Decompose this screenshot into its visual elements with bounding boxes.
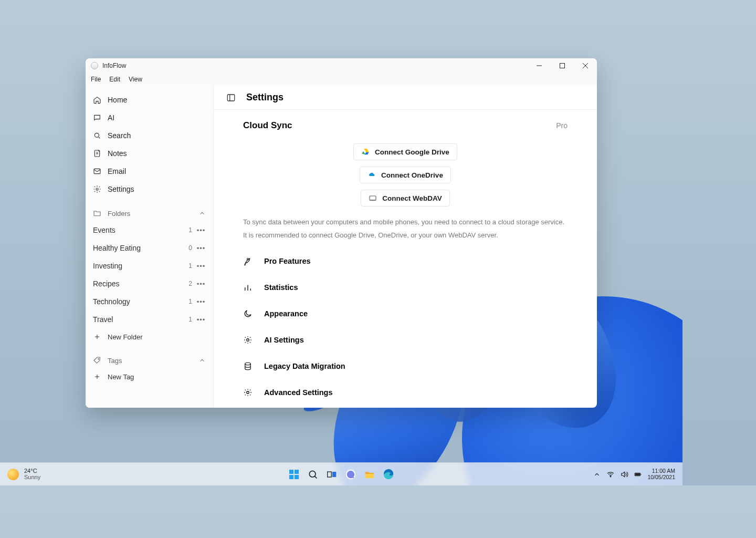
folder-label: Events xyxy=(93,226,181,234)
svg-point-5 xyxy=(98,358,99,359)
taskbar-explorer[interactable] xyxy=(363,468,376,481)
sidebar-item-settings[interactable]: Settings xyxy=(90,180,209,198)
menu-file[interactable]: File xyxy=(91,76,101,83)
plus-icon xyxy=(93,333,101,341)
row-label: Advanced Settings xyxy=(264,388,333,397)
more-icon[interactable]: ••• xyxy=(196,226,206,234)
more-icon[interactable]: ••• xyxy=(196,280,206,288)
more-icon[interactable]: ••• xyxy=(196,298,206,306)
tag-icon xyxy=(93,356,101,365)
battery-icon[interactable] xyxy=(634,470,642,479)
titlebar[interactable]: InfoFlow xyxy=(86,58,597,73)
settings-row-pro-features[interactable]: Pro Features xyxy=(243,248,568,274)
taskbar[interactable]: 24°C Sunny 11:00 AM 10/05/2021 xyxy=(0,462,682,485)
weather-icon xyxy=(7,469,19,480)
settings-row-legacy[interactable]: Legacy Data Migration xyxy=(243,353,568,379)
taskbar-clock[interactable]: 11:00 AM 10/05/2021 xyxy=(647,468,675,480)
plus-icon xyxy=(93,373,101,381)
taskbar-chat[interactable] xyxy=(344,468,358,481)
taskbar-center xyxy=(287,468,395,481)
taskbar-taskview[interactable] xyxy=(325,468,339,481)
more-icon[interactable]: ••• xyxy=(196,262,206,270)
button-label: Connect WebDAV xyxy=(382,194,442,202)
settings-row-advanced[interactable]: Advanced Settings xyxy=(243,379,568,406)
svg-rect-6 xyxy=(227,95,235,101)
main-header: Settings xyxy=(214,86,597,110)
folder-count: 2 xyxy=(185,280,192,287)
window-close-button[interactable] xyxy=(574,58,597,73)
sidebar-item-label: Home xyxy=(108,96,127,104)
folder-count: 1 xyxy=(185,226,192,234)
settings-row-statistics[interactable]: Statistics xyxy=(243,274,568,301)
wifi-icon[interactable] xyxy=(606,470,615,479)
settings-row-data-import[interactable]: Data Import xyxy=(243,406,568,408)
weather-cond: Sunny xyxy=(24,474,40,481)
sidebar-item-ai[interactable]: AI xyxy=(90,109,209,127)
svg-point-16 xyxy=(309,471,316,477)
chevron-up-icon xyxy=(198,210,206,217)
sidebar-item-home[interactable]: Home xyxy=(90,91,209,109)
more-icon[interactable]: ••• xyxy=(196,244,206,252)
sidebar-item-email[interactable]: Email xyxy=(90,162,209,180)
cloud-sync-header: Cloud Sync Pro xyxy=(243,120,568,131)
row-label: Statistics xyxy=(264,283,298,292)
app-window: InfoFlow File Edit View Home AI Search xyxy=(86,58,597,408)
bars-icon xyxy=(243,283,253,292)
folder-item[interactable]: Travel1••• xyxy=(90,311,209,328)
folder-item[interactable]: Events1••• xyxy=(90,221,209,239)
settings-content: Cloud Sync Pro Connect Google Drive Conn… xyxy=(214,110,597,408)
new-folder-button[interactable]: New Folder xyxy=(90,328,209,345)
start-button[interactable] xyxy=(287,468,301,481)
volume-icon[interactable] xyxy=(620,470,628,479)
settings-row-ai-settings[interactable]: AI Settings xyxy=(243,327,568,353)
settings-row-appearance[interactable]: Appearance xyxy=(243,301,568,327)
window-maximize-button[interactable] xyxy=(551,58,574,73)
panel-toggle-icon[interactable] xyxy=(226,93,236,102)
folder-item[interactable]: Recipes2••• xyxy=(90,275,209,293)
connect-google-drive-button[interactable]: Connect Google Drive xyxy=(353,143,457,160)
gear-icon xyxy=(93,185,101,193)
folder-label: Recipes xyxy=(93,280,181,288)
folder-label: Healthy Eating xyxy=(93,244,181,252)
connect-webdav-button[interactable]: Connect WebDAV xyxy=(361,190,450,206)
folder-count: 1 xyxy=(185,262,192,270)
google-drive-icon xyxy=(361,148,370,156)
moon-icon xyxy=(243,309,253,318)
menu-view[interactable]: View xyxy=(129,76,142,83)
tags-section-header[interactable]: Tags xyxy=(90,353,209,368)
taskbar-tray[interactable]: 11:00 AM 10/05/2021 xyxy=(593,468,682,480)
folder-count: 1 xyxy=(185,316,192,323)
taskbar-weather[interactable]: 24°C Sunny xyxy=(0,468,40,480)
new-tag-button[interactable]: New Tag xyxy=(90,368,209,385)
gear-icon xyxy=(243,335,253,345)
svg-point-4 xyxy=(96,188,98,190)
folder-item[interactable]: Technology1••• xyxy=(90,293,209,311)
folder-icon xyxy=(93,209,101,218)
more-icon[interactable]: ••• xyxy=(196,316,206,324)
row-label: AI Settings xyxy=(264,336,304,344)
taskbar-search[interactable] xyxy=(306,468,320,481)
svg-point-8 xyxy=(247,339,249,342)
svg-rect-14 xyxy=(289,475,293,479)
folder-item[interactable]: Investing1••• xyxy=(90,257,209,275)
folder-label: Investing xyxy=(93,262,181,270)
folders-section-header[interactable]: Folders xyxy=(90,205,209,221)
chat-icon xyxy=(93,113,101,122)
svg-rect-7 xyxy=(370,196,376,200)
sidebar-item-label: Notes xyxy=(108,149,127,158)
sidebar-item-notes[interactable]: Notes xyxy=(90,144,209,162)
folder-item[interactable]: Healthy Eating0••• xyxy=(90,239,209,257)
cloud-sync-hint: To sync data between your computers and … xyxy=(243,216,568,242)
search-icon xyxy=(93,131,101,140)
new-folder-label: New Folder xyxy=(108,333,142,341)
home-icon xyxy=(93,96,101,104)
taskbar-edge[interactable] xyxy=(382,468,395,481)
folder-label: Travel xyxy=(93,315,181,324)
svg-rect-17 xyxy=(328,472,332,477)
folder-count: 0 xyxy=(185,244,192,252)
connect-onedrive-button[interactable]: Connect OneDrive xyxy=(360,167,451,183)
chevron-up-icon[interactable] xyxy=(593,470,601,479)
menu-edit[interactable]: Edit xyxy=(109,76,120,83)
window-minimize-button[interactable] xyxy=(528,58,551,73)
sidebar-item-search[interactable]: Search xyxy=(90,127,209,144)
